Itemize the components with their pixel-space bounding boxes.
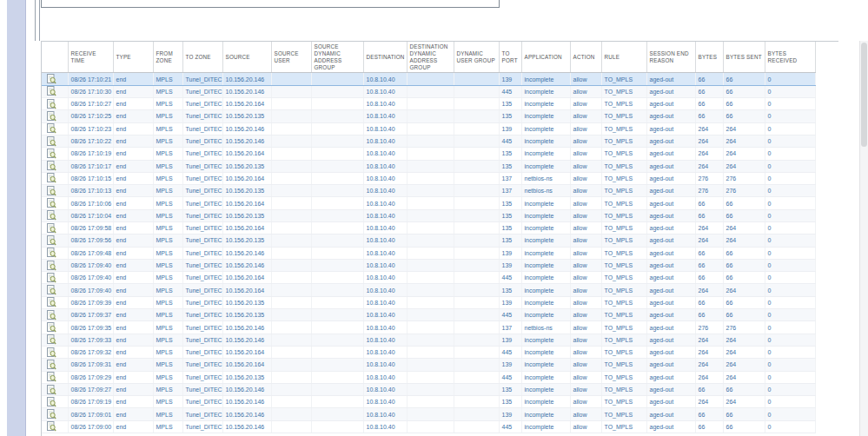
cell-type[interactable]: end bbox=[113, 110, 153, 122]
log-row[interactable]: 08/26 17:10:27endMPLSTunel_DITEC10.156.2… bbox=[42, 98, 815, 110]
cell-destination_dag[interactable] bbox=[407, 296, 454, 308]
cell-destination[interactable]: 10.8.10.40 bbox=[363, 321, 407, 334]
cell-type[interactable]: end bbox=[113, 98, 153, 110]
cell-source[interactable]: 10.156.20.135 bbox=[222, 296, 271, 308]
cell-destination_dag[interactable] bbox=[407, 321, 454, 334]
cell-action[interactable]: allow bbox=[570, 222, 601, 235]
cell-action[interactable]: allow bbox=[570, 309, 601, 321]
cell-session_end_reason[interactable]: aged-out bbox=[646, 235, 695, 247]
cell-type[interactable]: end bbox=[113, 259, 153, 271]
cell-destination[interactable]: 10.8.10.40 bbox=[363, 334, 407, 346]
cell-bytes_sent[interactable]: 66 bbox=[723, 209, 765, 221]
cell-receive_time[interactable]: 08/26 17:10:15 bbox=[68, 172, 113, 184]
cell-to_port[interactable]: 139 bbox=[499, 122, 521, 135]
cell-receive_time[interactable]: 08/26 17:10:04 bbox=[68, 209, 113, 221]
cell-session_end_reason[interactable]: aged-out bbox=[646, 122, 695, 135]
cell-source_dag[interactable] bbox=[311, 247, 363, 259]
cell-rule[interactable]: TO_MPLS bbox=[601, 185, 646, 197]
cell-bytes_sent[interactable]: 66 bbox=[723, 259, 765, 271]
cell-receive_time[interactable]: 08/26 17:10:25 bbox=[68, 110, 113, 122]
cell-from_zone[interactable]: MPLS bbox=[153, 359, 182, 371]
cell-rule[interactable]: TO_MPLS bbox=[601, 334, 646, 346]
log-row[interactable]: 08/26 17:10:13endMPLSTunel_DITEC10.156.2… bbox=[42, 185, 815, 197]
cell-source_user[interactable] bbox=[271, 160, 311, 172]
cell-action[interactable]: allow bbox=[570, 122, 601, 135]
cell-bytes_received[interactable]: 0 bbox=[765, 408, 815, 420]
cell-dynamic_user_group[interactable] bbox=[454, 235, 499, 247]
cell-receive_time[interactable]: 08/26 17:09:39 bbox=[68, 296, 113, 308]
log-row[interactable]: 08/26 17:10:19endMPLSTunel_DITEC10.156.2… bbox=[42, 148, 815, 160]
cell-to_port[interactable]: 445 bbox=[499, 346, 521, 358]
cell-type[interactable]: end bbox=[113, 321, 153, 334]
cell-source_dag[interactable] bbox=[311, 197, 363, 209]
cell-from_zone[interactable]: MPLS bbox=[153, 259, 182, 271]
cell-destination_dag[interactable] bbox=[407, 172, 454, 184]
cell-source_dag[interactable] bbox=[311, 148, 363, 160]
cell-application[interactable]: incomplete bbox=[521, 272, 570, 284]
cell-type[interactable]: end bbox=[113, 420, 153, 433]
cell-source_user[interactable] bbox=[271, 284, 311, 296]
cell-bytes_received[interactable]: 0 bbox=[765, 85, 815, 97]
cell-dynamic_user_group[interactable] bbox=[454, 346, 499, 358]
cell-to_zone[interactable]: Tunel_DITEC bbox=[182, 160, 222, 172]
cell-to_zone[interactable]: Tunel_DITEC bbox=[182, 110, 222, 122]
cell-bytes_sent[interactable]: 264 bbox=[723, 148, 765, 160]
cell-receive_time[interactable]: 08/26 17:10:19 bbox=[68, 148, 113, 160]
log-detail-icon-cell[interactable] bbox=[42, 209, 68, 221]
log-detail-icon-cell[interactable] bbox=[42, 420, 68, 433]
cell-rule[interactable]: TO_MPLS bbox=[601, 148, 646, 160]
cell-bytes_sent[interactable]: 66 bbox=[723, 73, 765, 85]
cell-type[interactable]: end bbox=[113, 185, 153, 197]
log-detail-icon-cell[interactable] bbox=[42, 85, 68, 97]
cell-application[interactable]: incomplete bbox=[521, 73, 570, 85]
cell-source[interactable]: 10.156.20.146 bbox=[222, 85, 271, 97]
cell-rule[interactable]: TO_MPLS bbox=[601, 346, 646, 358]
cell-from_zone[interactable]: MPLS bbox=[153, 172, 182, 184]
cell-bytes_sent[interactable]: 264 bbox=[723, 359, 765, 371]
cell-source_dag[interactable] bbox=[311, 408, 363, 420]
cell-action[interactable]: allow bbox=[570, 334, 601, 346]
cell-application[interactable]: incomplete bbox=[521, 148, 570, 160]
cell-bytes[interactable]: 264 bbox=[695, 371, 723, 383]
cell-to_port[interactable]: 135 bbox=[499, 110, 521, 122]
cell-to_port[interactable]: 445 bbox=[499, 371, 521, 383]
cell-from_zone[interactable]: MPLS bbox=[153, 98, 182, 110]
cell-session_end_reason[interactable]: aged-out bbox=[646, 346, 695, 358]
log-row[interactable]: 08/26 17:09:35endMPLSTunel_DITEC10.156.2… bbox=[42, 321, 815, 334]
cell-source_user[interactable] bbox=[271, 98, 311, 110]
cell-source[interactable]: 10.156.20.135 bbox=[222, 309, 271, 321]
cell-rule[interactable]: TO_MPLS bbox=[601, 247, 646, 259]
cell-destination[interactable]: 10.8.10.40 bbox=[363, 172, 407, 184]
log-row[interactable]: 08/26 17:09:39endMPLSTunel_DITEC10.156.2… bbox=[42, 296, 815, 308]
cell-application[interactable]: incomplete bbox=[521, 296, 570, 308]
cell-dynamic_user_group[interactable] bbox=[454, 98, 499, 110]
cell-dynamic_user_group[interactable] bbox=[454, 396, 499, 408]
cell-action[interactable]: allow bbox=[570, 160, 601, 172]
cell-to_zone[interactable]: Tunel_DITEC bbox=[182, 247, 222, 259]
cell-bytes_received[interactable]: 0 bbox=[765, 383, 815, 395]
cell-bytes_sent[interactable]: 264 bbox=[723, 160, 765, 172]
cell-to_zone[interactable]: Tunel_DITEC bbox=[182, 235, 222, 247]
log-row[interactable]: 08/26 17:09:37endMPLSTunel_DITEC10.156.2… bbox=[42, 309, 815, 321]
cell-from_zone[interactable]: MPLS bbox=[153, 383, 182, 395]
cell-dynamic_user_group[interactable] bbox=[454, 160, 499, 172]
cell-bytes[interactable]: 66 bbox=[695, 247, 723, 259]
log-row[interactable]: 08/26 17:10:04endMPLSTunel_DITEC10.156.2… bbox=[42, 209, 815, 221]
cell-from_zone[interactable]: MPLS bbox=[153, 396, 182, 408]
cell-bytes_sent[interactable]: 264 bbox=[723, 122, 765, 135]
cell-session_end_reason[interactable]: aged-out bbox=[646, 272, 695, 284]
cell-type[interactable]: end bbox=[113, 247, 153, 259]
cell-action[interactable]: allow bbox=[570, 85, 601, 97]
log-row[interactable]: 08/26 17:10:30endMPLSTunel_DITEC10.156.2… bbox=[42, 85, 815, 97]
log-row[interactable]: 08/26 17:09:19endMPLSTunel_DITEC10.156.2… bbox=[42, 396, 815, 408]
cell-bytes[interactable]: 66 bbox=[695, 296, 723, 308]
scrollbar-thumb[interactable] bbox=[861, 43, 867, 147]
cell-bytes_received[interactable]: 0 bbox=[765, 259, 815, 271]
cell-source_dag[interactable] bbox=[311, 296, 363, 308]
cell-destination_dag[interactable] bbox=[407, 284, 454, 296]
cell-bytes[interactable]: 264 bbox=[695, 346, 723, 358]
log-row[interactable]: 08/26 17:09:00endMPLSTunel_DITEC10.156.2… bbox=[42, 420, 815, 433]
column-header-receive_time[interactable]: RECEIVE TIME bbox=[68, 42, 113, 73]
cell-to_zone[interactable]: Tunel_DITEC bbox=[182, 383, 222, 395]
cell-from_zone[interactable]: MPLS bbox=[153, 371, 182, 383]
